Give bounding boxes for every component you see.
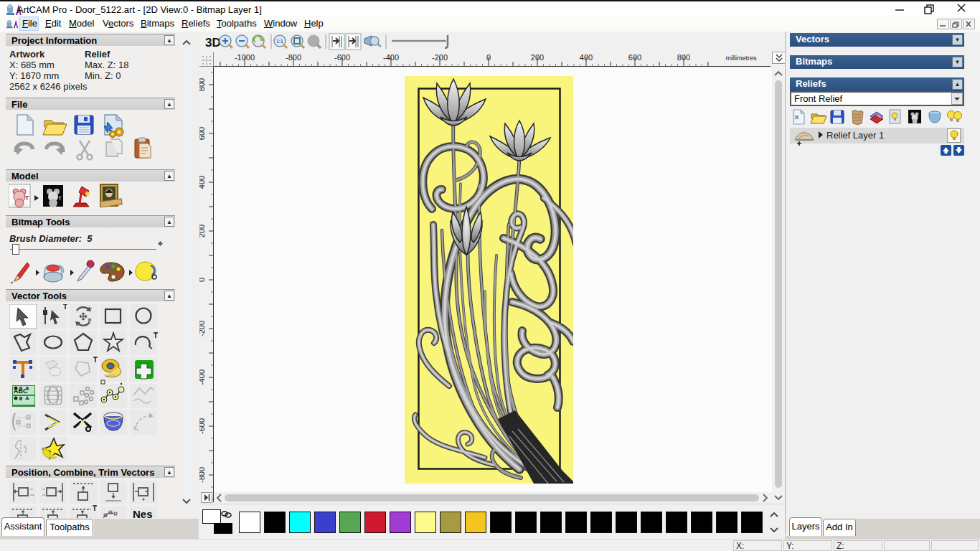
svg-text:600: 600 [199,127,206,140]
svg-text:200: 200 [199,225,206,237]
svg-text:1:1: 1:1 [276,39,283,44]
svg-text:T: T [58,195,62,202]
svg-text:800: 800 [199,78,206,91]
svg-text:-200: -200 [199,321,206,336]
svg-text:Nes: Nes [133,508,153,518]
svg-text:T: T [25,194,29,202]
svg-text:0: 0 [199,278,206,282]
svg-text:millimetres: millimetres [725,55,757,62]
svg-text:-400: -400 [199,369,206,385]
svg-text:-800: -800 [199,467,206,483]
svg-text:-600: -600 [199,418,206,434]
svg-text:400: 400 [199,176,206,189]
